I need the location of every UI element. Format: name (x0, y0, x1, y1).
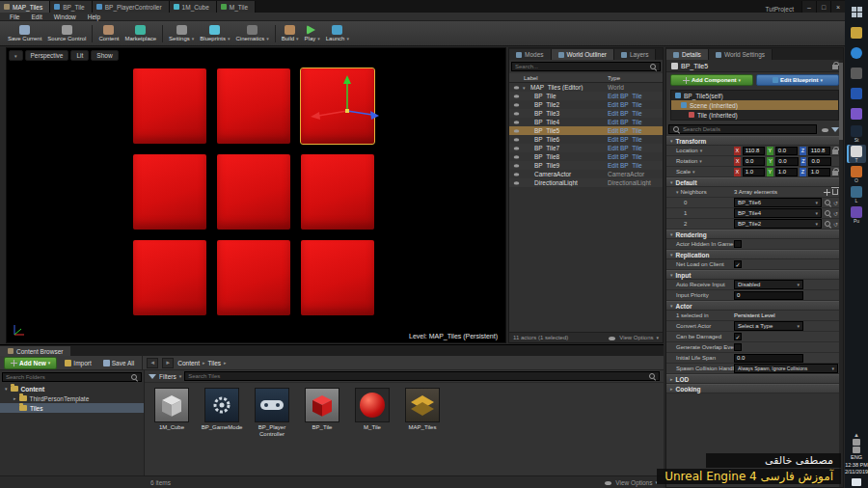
settings-button[interactable]: Settings▾ (169, 25, 194, 41)
filter-funnel-icon[interactable] (831, 127, 839, 132)
outliner-row[interactable]: DirectionalLight DirectionalLight (509, 178, 663, 187)
edit-blueprint-link[interactable]: Edit BP_Tile (608, 119, 660, 125)
can-be-damaged-checkbox[interactable] (734, 333, 742, 340)
section-replication[interactable]: ▾ Replication (666, 250, 843, 259)
reset-icon[interactable]: ↺ (833, 200, 838, 206)
start-button[interactable] (847, 3, 866, 21)
asset-search-input[interactable] (188, 373, 645, 379)
close-button[interactable]: × (830, 1, 845, 13)
lock-icon[interactable] (832, 65, 838, 69)
actor-hidden-checkbox[interactable] (734, 240, 742, 248)
folder-tiles-selected[interactable]: Tiles (0, 403, 144, 413)
asset-1m-cube[interactable]: 1M_Cube (150, 388, 193, 438)
tab-details[interactable]: Details (666, 49, 709, 60)
tile-actor-selected[interactable] (301, 68, 374, 144)
outliner-row[interactable]: BP_Tile9 Edit BP_Tile (509, 161, 663, 170)
taskbar-app-blue[interactable] (847, 84, 866, 102)
rotation-z-field[interactable]: 0.0 (808, 157, 830, 166)
neighbor-2-dropdown[interactable]: BP_Tile2▾ (734, 219, 822, 229)
scale-x-field[interactable]: 1.0 (743, 168, 765, 176)
doc-tab-1m-cube[interactable]: 1M_Cube (170, 1, 217, 13)
menu-window[interactable]: Window (48, 14, 82, 20)
details-search-input[interactable] (683, 126, 813, 132)
auto-receive-input-dropdown[interactable]: Disabled▾ (734, 280, 803, 289)
visibility-eye-icon[interactable] (513, 94, 520, 99)
doc-tab-bp-tile[interactable]: BP_Tile (50, 1, 93, 13)
tile-actor[interactable] (133, 68, 206, 144)
tile-actor[interactable] (133, 154, 206, 230)
edit-blueprint-button[interactable]: Edit Blueprint ▾ (756, 74, 839, 86)
tab-world-settings[interactable]: World Settings (709, 49, 773, 60)
asset-bp-playercontroller[interactable]: BP_Player Controller (251, 388, 293, 438)
tile-actor[interactable] (217, 154, 290, 230)
outliner-search-input[interactable] (515, 64, 646, 69)
clock-date[interactable]: 2/11/2019 (845, 469, 868, 475)
outliner-row[interactable]: BP_Tile2 Edit BP_Tile (509, 100, 663, 109)
menu-help[interactable]: Help (82, 14, 106, 20)
reset-icon[interactable]: ↺ (833, 210, 838, 217)
menu-file[interactable]: File (4, 14, 25, 20)
launch-button[interactable]: Launch▾ (326, 25, 349, 41)
visibility-eye-icon[interactable] (513, 180, 520, 186)
language-indicator[interactable]: ENG (851, 454, 862, 461)
location-x-field[interactable]: 110.8 (743, 147, 765, 155)
edit-blueprint-link[interactable]: Edit BP_Tile (608, 145, 660, 151)
convert-actor-dropdown[interactable]: Select a Type▾ (734, 321, 803, 331)
outliner-row[interactable]: BP_Tile8 Edit BP_Tile (509, 152, 663, 161)
taskbar-app-orange[interactable]: O (847, 165, 866, 183)
menu-edit[interactable]: Edit (25, 14, 47, 20)
back-button[interactable]: ◄ (147, 358, 158, 368)
viewport-panel[interactable]: ▾ Perspective Lit Show (6, 47, 506, 343)
outliner-row-selected[interactable]: BP_Tile5 Edit BP_Tile (509, 126, 663, 135)
browse-asset-icon[interactable] (824, 199, 831, 206)
visibility-eye-icon[interactable] (513, 102, 520, 108)
breadcrumb-content[interactable]: Content (177, 360, 200, 366)
edit-blueprint-link[interactable]: Edit BP_Tile (608, 93, 660, 99)
add-component-button[interactable]: Add Component ▾ (670, 74, 753, 86)
cinematics-button[interactable]: Cinematics▾ (236, 25, 269, 41)
visibility-eye-icon[interactable] (513, 172, 520, 177)
section-lod[interactable]: ▸ LOD (666, 374, 843, 384)
visibility-eye-icon[interactable] (513, 137, 520, 143)
edit-blueprint-link[interactable]: Edit BP_Tile (608, 162, 660, 169)
taskbar-app-steam[interactable]: St (847, 124, 866, 143)
doc-tab-map-tiles[interactable]: MAP_Tiles (0, 1, 50, 13)
content-button[interactable]: Content (98, 25, 119, 41)
visibility-eye-icon[interactable] (513, 120, 520, 125)
outliner-row[interactable]: BP_Tile3 Edit BP_Tile (509, 109, 663, 118)
lock-icon[interactable] (832, 171, 838, 176)
add-array-element-icon[interactable] (824, 189, 830, 196)
visibility-eye-icon[interactable] (513, 163, 520, 169)
outliner-row[interactable]: BP_Tile6 Edit BP_Tile (509, 135, 663, 144)
visibility-eye-icon[interactable] (513, 128, 520, 134)
breadcrumb-tiles[interactable]: Tiles (208, 360, 221, 366)
network-icon[interactable] (853, 439, 860, 446)
section-rendering[interactable]: ▾ Rendering (666, 230, 843, 239)
transform-gizmo[interactable] (307, 70, 380, 144)
outliner-row[interactable]: CameraActor CameraActor (509, 170, 663, 178)
folder-content[interactable]: ▾ Content (0, 384, 144, 393)
input-priority-field[interactable]: 0 (734, 291, 803, 300)
viewport-options-button[interactable]: ▾ (9, 50, 23, 61)
save-current-button[interactable]: Save Current (8, 25, 41, 41)
component-row-tile[interactable]: Tile (Inherited) (671, 110, 838, 120)
details-scrollbar[interactable] (839, 60, 843, 487)
edit-blueprint-link[interactable]: Edit BP_Tile (608, 110, 660, 117)
doc-tab-m-tile[interactable]: M_Tile (217, 1, 256, 13)
tile-actor[interactable] (217, 68, 290, 144)
generate-overlap-checkbox[interactable] (734, 343, 742, 351)
asset-bp-gamemode[interactable]: BP_GameMode (201, 388, 243, 438)
section-actor[interactable]: ▾ Actor (666, 301, 843, 311)
taskbar-app-purple-2[interactable]: Pu (847, 205, 866, 224)
camera-mode-button[interactable]: Perspective (25, 50, 69, 61)
section-transform[interactable]: ▾ Transform (666, 136, 843, 146)
rotation-y-field[interactable]: 0.0 (775, 157, 798, 166)
save-all-button[interactable]: Save All (99, 358, 139, 368)
lock-icon[interactable] (832, 149, 838, 154)
clock-time[interactable]: 12:38 PM (845, 462, 868, 469)
section-default[interactable]: ▾ Default (666, 177, 843, 187)
rotation-x-field[interactable]: 0.0 (743, 157, 765, 166)
asset-m-tile[interactable]: M_Tile (351, 388, 393, 438)
forward-button[interactable]: ► (162, 358, 174, 368)
edit-blueprint-link[interactable]: Edit BP_Tile (608, 127, 660, 134)
